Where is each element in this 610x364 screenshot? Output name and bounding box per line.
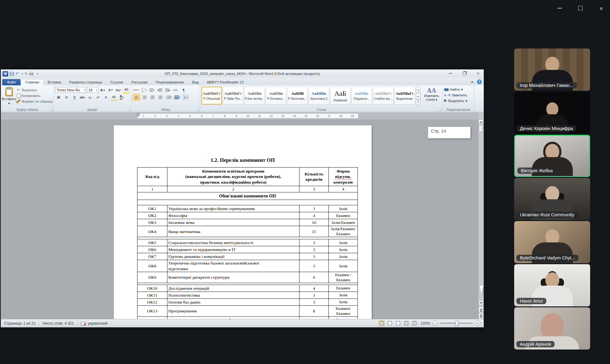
participant-video[interactable]: ByteOrchard Vadym Chyt... bbox=[514, 221, 590, 263]
tab-вставка[interactable]: Вставка bbox=[44, 79, 65, 85]
sort-button[interactable]: АЯ↓ bbox=[172, 87, 179, 93]
help-icon[interactable]: ? bbox=[477, 79, 482, 84]
line-spacing-button[interactable]: ↕▾ bbox=[165, 94, 173, 100]
tab-ссылки[interactable]: Ссылки bbox=[106, 79, 127, 85]
web-layout-view-button[interactable] bbox=[395, 321, 401, 326]
collapse-ribbon-icon[interactable] bbox=[471, 81, 474, 83]
bold-button[interactable]: Ж bbox=[55, 94, 62, 100]
find-button[interactable]: Найти ▾ bbox=[444, 87, 473, 92]
style-chip[interactable]: АаБбВ¶ Заголово... bbox=[287, 87, 308, 105]
participant-video[interactable]: Вікторія Жебка bbox=[514, 135, 590, 177]
status-language[interactable]: ✗ украинский bbox=[78, 321, 111, 326]
styles-scroll-up[interactable]: ▲ bbox=[416, 87, 421, 93]
replace-button[interactable]: a→b Заменить bbox=[444, 93, 473, 98]
word-close-button[interactable]: × bbox=[474, 71, 482, 76]
undo-dropdown-icon[interactable]: ▾ bbox=[20, 72, 23, 75]
zoom-in-button[interactable]: + bbox=[475, 321, 480, 326]
paste-dropdown-icon[interactable]: ▾ bbox=[8, 101, 10, 105]
horizontal-ruler[interactable]: 12345678910111213141516171819 bbox=[1, 113, 479, 119]
bullets-button[interactable]: •••▾ bbox=[133, 87, 140, 93]
italic-button[interactable]: К bbox=[63, 94, 70, 100]
previous-page-button[interactable] bbox=[479, 307, 483, 313]
os-close-button[interactable]: × bbox=[598, 5, 604, 11]
os-minimize-button[interactable] bbox=[556, 5, 563, 11]
zoom-out-button[interactable]: − bbox=[433, 321, 438, 326]
tab-рецензирование[interactable]: Рецензирование bbox=[152, 79, 188, 85]
align-center-button[interactable] bbox=[141, 94, 148, 100]
participant-video[interactable]: Ukrainian Rust Community bbox=[514, 178, 590, 220]
change-case-button[interactable]: Аа▾ bbox=[115, 87, 122, 93]
scroll-down-button[interactable] bbox=[479, 300, 483, 305]
participant-video[interactable]: Андрій Аронов bbox=[514, 307, 590, 350]
word-restore-button[interactable] bbox=[460, 71, 468, 76]
strikethrough-button[interactable]: abc bbox=[79, 94, 86, 100]
word-titlebar[interactable]: W ↶ ▾ ↻ ▾ ОП_ІПЗ_бакалаври_2025_виправл_… bbox=[1, 70, 484, 78]
subscript-button[interactable]: x₂ bbox=[87, 94, 94, 100]
style-chip[interactable]: АаБбВв¶ Основно... bbox=[266, 87, 286, 105]
grow-font-button[interactable]: А▲ bbox=[99, 87, 106, 93]
style-chip[interactable]: АаБбВвГгСлабое вы... bbox=[373, 87, 393, 105]
font-dialog-launcher[interactable] bbox=[127, 108, 130, 111]
style-chip[interactable]: АаБНазвание bbox=[330, 87, 351, 105]
tab-рассылки[interactable]: Рассылки bbox=[127, 79, 152, 85]
fullscreen-reading-view-button[interactable] bbox=[387, 321, 393, 326]
participant-video[interactable]: Денис Коровін Мінцифра bbox=[514, 92, 590, 134]
cut-button[interactable]: ✂ Вырезать bbox=[16, 87, 53, 93]
underline-button[interactable]: Ч bbox=[71, 94, 78, 100]
tab-файл[interactable]: Файл bbox=[2, 79, 20, 85]
show-marks-button[interactable]: ¶ bbox=[180, 87, 187, 93]
highlight-color-button[interactable]: ab bbox=[110, 94, 117, 101]
style-chip[interactable]: АаБбВв.Подзагол... bbox=[351, 87, 372, 105]
tab-главная[interactable]: Главная bbox=[21, 79, 44, 85]
tab-abbyy-finereader-12[interactable]: ABBYY FineReader 12 bbox=[203, 79, 248, 85]
shrink-font-button[interactable]: А▼ bbox=[107, 87, 114, 93]
zoom-level[interactable]: 100% bbox=[420, 321, 430, 326]
os-maximize-button[interactable] bbox=[577, 5, 584, 11]
change-styles-button[interactable]: АА Изменить стили ▾ bbox=[422, 87, 441, 101]
save-icon[interactable] bbox=[10, 72, 14, 76]
style-chip[interactable]: АаБбВвЗаголовок 2 bbox=[309, 87, 329, 105]
format-painter-button[interactable]: Формат по образцу bbox=[16, 99, 53, 104]
font-family-select[interactable]: Times New Ro ▾ bbox=[55, 87, 86, 93]
styles-dialog-launcher[interactable] bbox=[439, 108, 442, 111]
align-right-button[interactable] bbox=[149, 94, 156, 100]
style-chip[interactable]: АаБбВвГг¶ Table Par... bbox=[223, 87, 243, 105]
select-button[interactable]: Выделить ▾ bbox=[444, 98, 473, 103]
next-page-button[interactable] bbox=[479, 313, 483, 319]
tab-разметка-страницы[interactable]: Разметка страницы bbox=[65, 79, 106, 85]
shading-button[interactable]: ▾ bbox=[174, 94, 181, 100]
status-page-indicator[interactable]: Страница: 1 из 21 bbox=[1, 321, 39, 326]
participant-video[interactable]: Ігор Михайлович Гаман... bbox=[514, 48, 590, 91]
decrease-indent-button[interactable]: ◂ bbox=[156, 87, 163, 93]
zoom-slider[interactable] bbox=[440, 323, 473, 324]
redo-icon[interactable]: ↻ bbox=[25, 72, 28, 76]
styles-scroll-down[interactable]: ▼ bbox=[416, 93, 421, 100]
scrollbar-thumb[interactable] bbox=[479, 125, 483, 132]
clear-formatting-button[interactable]: Аб bbox=[123, 87, 130, 94]
font-size-select[interactable]: 18 ▾ bbox=[87, 87, 98, 93]
outline-view-button[interactable] bbox=[403, 321, 409, 326]
zoom-slider-thumb[interactable] bbox=[455, 321, 459, 326]
borders-button[interactable]: ▦▾ bbox=[182, 94, 190, 100]
align-left-button[interactable] bbox=[133, 94, 140, 100]
participant-video[interactable]: Havor Artur bbox=[514, 264, 590, 306]
qat-customize-icon[interactable]: ▾ bbox=[35, 72, 38, 75]
word-logo-icon[interactable]: W bbox=[3, 71, 8, 77]
multilevel-list-button[interactable]: ▾ bbox=[148, 87, 155, 93]
style-chip[interactable]: АаБбВвГгВыделение bbox=[394, 87, 415, 105]
undo-icon[interactable]: ↶ bbox=[15, 72, 19, 76]
superscript-button[interactable]: x² bbox=[95, 94, 102, 100]
numbering-button[interactable]: 1—2—▾ bbox=[141, 87, 148, 93]
styles-gallery-expand[interactable]: ▼― bbox=[416, 100, 421, 106]
tab-вид[interactable]: Вид bbox=[188, 79, 203, 85]
copy-button[interactable]: Копировать bbox=[16, 93, 53, 98]
font-color-button[interactable]: А▾ bbox=[118, 94, 125, 100]
text-effects-button[interactable]: А bbox=[102, 94, 109, 100]
status-word-count[interactable]: Число слов: 4 321 bbox=[39, 321, 78, 326]
paragraph-dialog-launcher[interactable] bbox=[196, 108, 199, 111]
word-minimize-button[interactable] bbox=[446, 71, 455, 76]
increase-indent-button[interactable]: ▸ bbox=[164, 87, 171, 93]
print-icon[interactable] bbox=[29, 72, 33, 76]
draft-view-button[interactable] bbox=[411, 321, 417, 326]
style-chip[interactable]: АаБбВвГг¶ Обычный bbox=[201, 87, 222, 105]
